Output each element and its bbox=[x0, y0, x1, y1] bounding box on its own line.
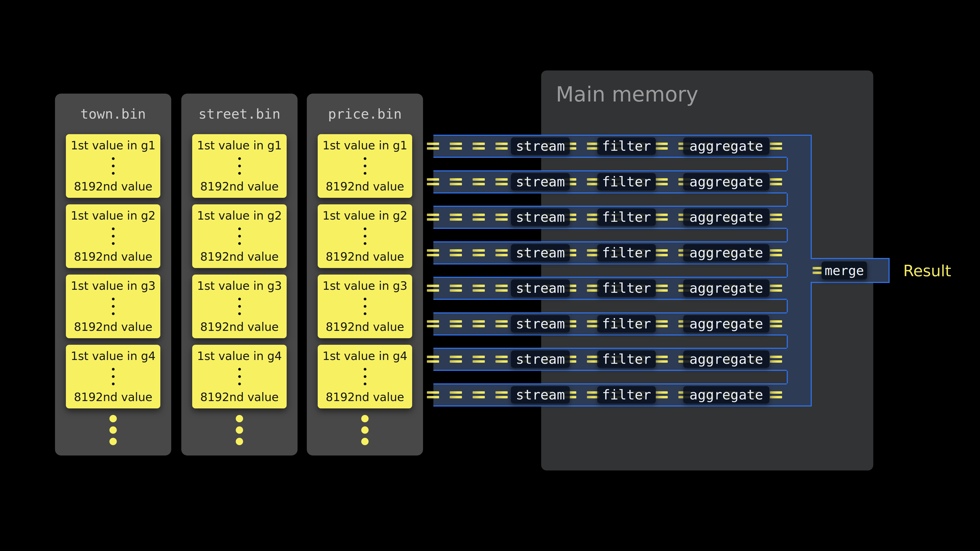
data-dash bbox=[427, 249, 439, 252]
stage-box-aggregate: aggregate bbox=[683, 315, 769, 332]
value-group-box: 1st value in g38192nd value bbox=[318, 275, 412, 338]
stage-box-stream: stream bbox=[511, 386, 570, 403]
value-group-box: 1st value in g28192nd value bbox=[66, 204, 160, 268]
data-dash bbox=[495, 289, 508, 292]
data-dash bbox=[427, 284, 439, 287]
data-dash bbox=[473, 360, 485, 363]
group-last-value-label: 8192nd value bbox=[200, 250, 278, 264]
data-dash bbox=[473, 289, 485, 292]
data-dash bbox=[770, 289, 782, 292]
data-dash bbox=[473, 254, 485, 256]
data-dash bbox=[450, 396, 462, 399]
file-column-street-bin: street.bin1st value in g18192nd value1st… bbox=[181, 94, 298, 456]
group-first-value-label: 1st value in g3 bbox=[323, 279, 407, 293]
file-title: street.bin bbox=[181, 106, 298, 122]
group-last-value-label: 8192nd value bbox=[200, 390, 278, 404]
merge-operator: merge bbox=[822, 262, 867, 279]
more-groups-dot bbox=[361, 438, 369, 445]
group-last-value-label: 8192nd value bbox=[74, 179, 152, 194]
data-dash bbox=[450, 143, 462, 145]
data-dash bbox=[495, 147, 508, 150]
stage-box-aggregate: aggregate bbox=[683, 279, 769, 297]
ellipsis-dot bbox=[112, 312, 115, 315]
vertical-ellipsis bbox=[238, 157, 241, 175]
pipeline-row: streamfilteraggregate bbox=[433, 206, 787, 229]
group-last-value-label: 8192nd value bbox=[326, 179, 404, 194]
data-dash bbox=[770, 183, 782, 185]
ellipsis-dot bbox=[112, 298, 115, 300]
group-first-value-label: 1st value in g4 bbox=[71, 349, 156, 363]
data-dash bbox=[427, 147, 439, 150]
group-first-value-label: 1st value in g1 bbox=[197, 138, 282, 152]
data-dash bbox=[427, 396, 439, 399]
more-groups-dot bbox=[236, 426, 243, 434]
group-first-value-label: 1st value in g3 bbox=[71, 279, 156, 293]
vertical-ellipsis bbox=[112, 157, 115, 175]
ellipsis-dot bbox=[112, 305, 115, 308]
ellipsis-dot bbox=[112, 368, 115, 371]
data-dash bbox=[473, 147, 485, 150]
data-dash bbox=[473, 391, 485, 394]
data-dash bbox=[450, 284, 462, 287]
data-dash bbox=[450, 183, 462, 185]
ellipsis-dot bbox=[364, 298, 366, 300]
data-dash bbox=[770, 284, 782, 287]
merge-arm: merge bbox=[811, 258, 889, 283]
data-dash bbox=[770, 396, 782, 399]
ellipsis-dot bbox=[364, 172, 366, 175]
data-dash bbox=[473, 178, 485, 181]
data-dash bbox=[655, 214, 668, 216]
file-column-town-bin: town.bin1st value in g18192nd value1st v… bbox=[55, 94, 171, 456]
data-dash bbox=[655, 249, 668, 252]
ellipsis-dot bbox=[112, 375, 115, 378]
value-group-box: 1st value in g18192nd value bbox=[192, 134, 286, 198]
ellipsis-dot bbox=[364, 165, 366, 167]
data-dash bbox=[495, 320, 508, 323]
value-group-box: 1st value in g38192nd value bbox=[192, 275, 286, 338]
stage-box-aggregate: aggregate bbox=[683, 386, 769, 403]
channel-left-border-segment bbox=[787, 194, 788, 206]
ellipsis-dot bbox=[364, 305, 366, 308]
ellipsis-dot bbox=[238, 305, 241, 308]
data-dash bbox=[770, 143, 782, 145]
data-dash bbox=[450, 391, 462, 394]
data-dash bbox=[655, 143, 668, 145]
vertical-ellipsis bbox=[364, 227, 366, 245]
data-dash bbox=[655, 183, 668, 185]
ellipsis-dot bbox=[364, 368, 366, 371]
stage-box-stream: stream bbox=[511, 208, 570, 226]
stage-box-aggregate: aggregate bbox=[683, 208, 769, 226]
group-first-value-label: 1st value in g4 bbox=[197, 349, 282, 363]
more-groups-dot bbox=[236, 415, 243, 422]
data-dash bbox=[655, 320, 668, 323]
vertical-ellipsis bbox=[238, 298, 241, 315]
data-dash bbox=[450, 249, 462, 252]
pipeline-row: streamfilteraggregate bbox=[433, 277, 787, 300]
group-last-value-label: 8192nd value bbox=[326, 390, 404, 404]
stage-box-aggregate: aggregate bbox=[683, 244, 769, 262]
data-dash bbox=[770, 391, 782, 394]
group-first-value-label: 1st value in g2 bbox=[197, 209, 282, 222]
data-dash bbox=[495, 325, 508, 327]
data-dash bbox=[495, 178, 508, 181]
data-dash bbox=[450, 254, 462, 256]
ellipsis-dot bbox=[364, 157, 366, 160]
stage-box-aggregate: aggregate bbox=[683, 137, 769, 155]
data-dash bbox=[495, 249, 508, 252]
ellipsis-dot bbox=[364, 383, 366, 385]
group-first-value-label: 1st value in g4 bbox=[323, 349, 407, 363]
stage-box-filter: filter bbox=[597, 208, 656, 226]
more-groups-dot bbox=[361, 415, 369, 422]
channel-left-border-segment bbox=[787, 158, 788, 170]
stage-box-aggregate: aggregate bbox=[683, 173, 769, 191]
data-dash bbox=[655, 396, 668, 399]
data-dash bbox=[473, 284, 485, 287]
stage-box-stream: stream bbox=[511, 351, 570, 368]
group-first-value-label: 1st value in g3 bbox=[197, 279, 282, 293]
channel-left-border-segment bbox=[787, 265, 788, 277]
group-last-value-label: 8192nd value bbox=[74, 320, 152, 334]
vertical-ellipsis bbox=[238, 227, 241, 245]
group-last-value-label: 8192nd value bbox=[74, 250, 152, 264]
ellipsis-dot bbox=[112, 157, 115, 160]
stage-box-filter: filter bbox=[597, 244, 656, 262]
